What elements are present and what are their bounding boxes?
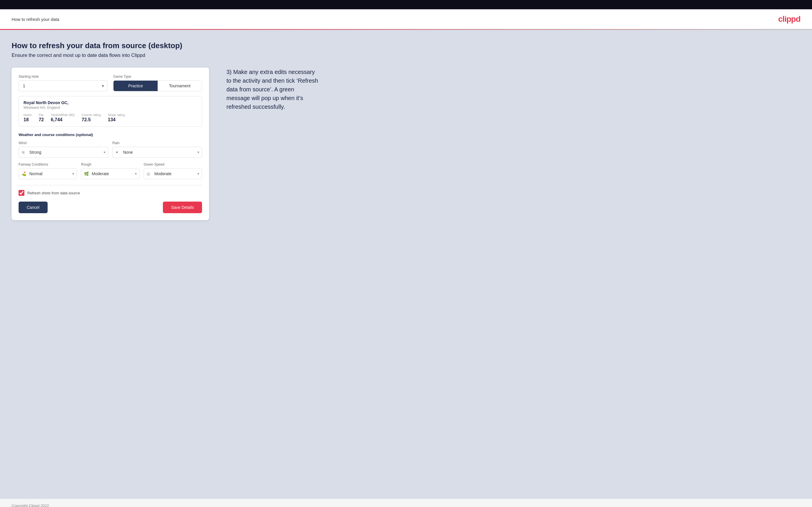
par-label: Par [39,113,44,117]
course-location: Westward Ho!, England [23,106,197,110]
slope-rating-label: Slope rating [108,113,125,117]
practice-button[interactable]: Practice [113,80,158,91]
yards-value: 6,744 [51,117,74,122]
starting-hole-label: Starting Hole [18,74,107,78]
game-type-group: Game Type Practice Tournament [113,74,202,91]
game-type-label: Game Type [113,74,202,78]
rough-select-wrapper: 🌿 Moderate ▾ [81,168,139,179]
rain-select[interactable]: None [112,147,202,158]
par-value: 72 [39,117,44,122]
conditions-row: Fairway Conditions ⛳ Normal ▾ Rough 🌿 [18,162,202,179]
rain-select-wrapper: ✦ None ▾ [112,147,202,158]
game-type-buttons: Practice Tournament [113,80,202,91]
fairway-select-wrapper: ⛳ Normal ▾ [18,168,77,179]
tournament-button[interactable]: Tournament [158,80,202,91]
fairway-group: Fairway Conditions ⛳ Normal ▾ [18,162,77,179]
rough-label: Rough [81,162,139,167]
form-panel: Starting Hole 1 Game Type Practice Tourn… [12,68,209,220]
page-subheading: Ensure the correct and most up to date d… [12,53,800,58]
holes-label: Holes [23,113,32,117]
save-button[interactable]: Save Details [163,202,202,213]
cancel-button[interactable]: Cancel [18,202,48,213]
wind-select-wrapper: ≋ Strong ▾ [18,147,108,158]
course-name: Royal North Devon GC, [23,100,197,105]
rough-group: Rough 🌿 Moderate ▾ [81,162,139,179]
course-rating-stat: Course rating 72.5 [82,113,101,122]
course-stats: Holes 18 Par 72 Yards/White (M)) 6,744 C… [23,113,197,122]
slope-rating-stat: Slope rating 134 [108,113,125,122]
starting-hole-select[interactable]: 1 [18,80,107,91]
course-rating-label: Course rating [82,113,101,117]
course-rating-value: 72.5 [82,117,101,122]
top-bar [0,0,812,9]
weather-row: Wind ≋ Strong ▾ Rain ✦ None [18,141,202,158]
green-speed-group: Green Speed ◎ Moderate ▾ [144,162,202,179]
wind-select[interactable]: Strong [18,147,108,158]
instruction-text: 3) Make any extra edits necessary to the… [226,68,319,111]
refresh-checkbox[interactable] [18,190,24,196]
header-title: How to refresh your data [12,17,59,22]
footer: Copyright Clippd 2022 [0,499,812,507]
page-heading: How to refresh your data from source (de… [12,41,800,50]
par-stat: Par 72 [39,113,44,122]
weather-section-label: Weather and course conditions (optional) [18,132,202,137]
top-form-row: Starting Hole 1 Game Type Practice Tourn… [18,74,202,91]
refresh-label[interactable]: Refresh shots from data source [27,191,80,195]
holes-value: 18 [23,117,32,122]
wind-group: Wind ≋ Strong ▾ [18,141,108,158]
main-content: How to refresh your data from source (de… [0,30,812,499]
header: How to refresh your data clippd [0,9,812,30]
yards-label: Yards/White (M)) [51,113,74,117]
fairway-select[interactable]: Normal [18,168,77,179]
rough-select[interactable]: Moderate [81,168,139,179]
starting-hole-select-wrapper: 1 [18,80,107,91]
content-layout: Starting Hole 1 Game Type Practice Tourn… [12,68,800,220]
refresh-checkbox-row: Refresh shots from data source [18,190,202,196]
divider [18,185,202,185]
starting-hole-group: Starting Hole 1 [18,74,107,91]
copyright-text: Copyright Clippd 2022 [12,504,49,507]
course-info-box: Royal North Devon GC, Westward Ho!, Engl… [18,96,202,127]
rain-group: Rain ✦ None ▾ [112,141,202,158]
green-speed-select[interactable]: Moderate [144,168,202,179]
holes-stat: Holes 18 [23,113,32,122]
logo: clippd [778,14,800,24]
yards-stat: Yards/White (M)) 6,744 [51,113,74,122]
wind-label: Wind [18,141,108,145]
green-speed-label: Green Speed [144,162,202,167]
green-speed-select-wrapper: ◎ Moderate ▾ [144,168,202,179]
rain-label: Rain [112,141,202,145]
slope-rating-value: 134 [108,117,125,122]
form-actions: Cancel Save Details [18,202,202,213]
fairway-label: Fairway Conditions [18,162,77,167]
